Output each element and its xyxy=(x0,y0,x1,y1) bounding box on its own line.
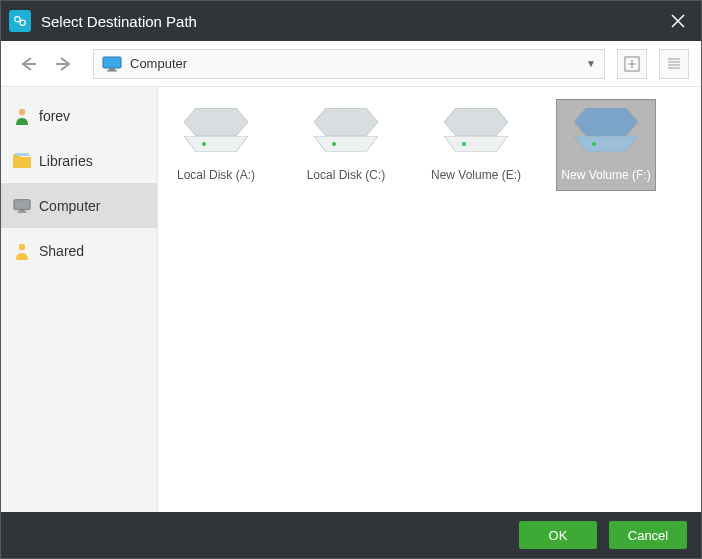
view-button[interactable] xyxy=(659,49,689,79)
sidebar-item-label: forev xyxy=(39,108,70,124)
sidebar-item-user[interactable]: forev xyxy=(1,93,157,138)
app-icon xyxy=(9,10,31,32)
cancel-button[interactable]: Cancel xyxy=(609,521,687,549)
svg-point-18 xyxy=(332,142,336,146)
path-input[interactable]: Computer ▼ xyxy=(93,49,605,79)
svg-point-0 xyxy=(15,17,20,22)
sidebar-item-label: Computer xyxy=(39,198,100,214)
drive-label: New Volume (F:) xyxy=(561,168,650,182)
list-icon xyxy=(666,56,682,72)
drive-item-e[interactable]: New Volume (E:) xyxy=(426,99,526,191)
sidebar: forev Libraries Computer Shared xyxy=(1,87,158,512)
dialog-title: Select Destination Path xyxy=(41,13,655,30)
svg-rect-8 xyxy=(15,153,29,156)
user-icon xyxy=(13,107,31,125)
svg-rect-7 xyxy=(13,157,31,168)
sidebar-item-computer[interactable]: Computer xyxy=(1,183,157,228)
svg-marker-16 xyxy=(314,108,378,136)
svg-point-6 xyxy=(19,108,25,114)
svg-rect-3 xyxy=(109,68,115,70)
sidebar-item-label: Libraries xyxy=(39,153,93,169)
back-button[interactable] xyxy=(13,49,43,79)
sidebar-item-libraries[interactable]: Libraries xyxy=(1,138,157,183)
footer: OK Cancel xyxy=(1,512,701,558)
drive-label: Local Disk (C:) xyxy=(307,168,386,182)
drive-item-a[interactable]: Local Disk (A:) xyxy=(166,99,266,191)
ok-button[interactable]: OK xyxy=(519,521,597,549)
svg-point-15 xyxy=(202,142,206,146)
svg-rect-9 xyxy=(14,199,30,209)
navbar: Computer ▼ xyxy=(1,41,701,87)
svg-point-12 xyxy=(19,243,25,249)
svg-rect-4 xyxy=(107,70,117,72)
monitor-icon xyxy=(13,197,31,215)
dropdown-icon[interactable]: ▼ xyxy=(586,58,596,69)
dialog-window: Select Destination Path Computer ▼ xyxy=(0,0,702,559)
svg-marker-17 xyxy=(314,136,378,152)
svg-marker-13 xyxy=(184,108,248,136)
close-button[interactable] xyxy=(655,1,701,41)
svg-marker-23 xyxy=(574,136,638,152)
close-icon xyxy=(671,14,685,28)
svg-marker-20 xyxy=(444,136,508,152)
path-text: Computer xyxy=(130,56,578,71)
shared-icon xyxy=(13,242,31,260)
svg-rect-2 xyxy=(103,57,121,68)
content-pane: Local Disk (A:)Local Disk (C:)New Volume… xyxy=(158,87,701,512)
forward-button[interactable] xyxy=(49,49,79,79)
arrow-left-icon xyxy=(18,56,38,72)
svg-rect-11 xyxy=(18,211,27,212)
drive-icon xyxy=(180,108,252,158)
titlebar: Select Destination Path xyxy=(1,1,701,41)
body: forev Libraries Computer Shared xyxy=(1,87,701,512)
drive-icon xyxy=(570,108,642,158)
drive-icon xyxy=(310,108,382,158)
drive-item-f[interactable]: New Volume (F:) xyxy=(556,99,656,191)
new-folder-button[interactable] xyxy=(617,49,647,79)
drive-label: New Volume (E:) xyxy=(431,168,521,182)
drive-item-c[interactable]: Local Disk (C:) xyxy=(296,99,396,191)
libraries-icon xyxy=(13,152,31,170)
svg-marker-14 xyxy=(184,136,248,152)
drive-label: Local Disk (A:) xyxy=(177,168,255,182)
svg-point-1 xyxy=(20,20,25,25)
svg-point-24 xyxy=(592,142,596,146)
monitor-icon xyxy=(102,56,122,72)
plus-icon xyxy=(624,56,640,72)
drive-icon xyxy=(440,108,512,158)
svg-marker-22 xyxy=(574,108,638,136)
sidebar-item-shared[interactable]: Shared xyxy=(1,228,157,273)
arrow-right-icon xyxy=(54,56,74,72)
svg-rect-10 xyxy=(19,209,24,211)
svg-point-21 xyxy=(462,142,466,146)
svg-marker-19 xyxy=(444,108,508,136)
sidebar-item-label: Shared xyxy=(39,243,84,259)
